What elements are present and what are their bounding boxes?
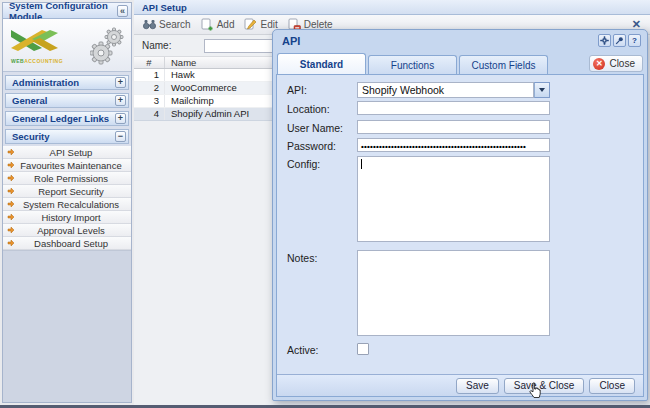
- sidebar-item-favourites-maintenance[interactable]: Favourites Maintenance: [3, 159, 131, 172]
- sidebar-item-dashboard-setup[interactable]: Dashboard Setup: [3, 237, 131, 250]
- password-field-row: Password: ••••••••••••••••••••••••••••••…: [287, 138, 633, 152]
- name-filter-label: Name:: [142, 40, 204, 51]
- username-label: User Name:: [287, 120, 357, 134]
- sidebar-item-label: Report Security: [15, 186, 127, 197]
- sidebar-item-label: Approval Levels: [15, 225, 127, 236]
- sidebar-header: System Configuration Module «: [3, 3, 131, 19]
- dialog-tabstrip: Standard Functions Custom Fields ✕ Close: [276, 51, 644, 74]
- orange-arrow-icon: [7, 226, 15, 234]
- active-label: Active:: [287, 342, 357, 356]
- panel-close-icon[interactable]: ✕: [632, 19, 641, 29]
- sidebar-item-label: System Recalculations: [15, 199, 127, 210]
- accordion-general[interactable]: General +: [5, 93, 129, 108]
- row-number: 3: [134, 95, 165, 107]
- sidebar-item-report-security[interactable]: Report Security: [3, 185, 131, 198]
- sidebar-item-label: Role Permissions: [15, 173, 127, 184]
- add-button[interactable]: Add: [197, 16, 241, 33]
- orange-arrow-icon: [7, 148, 15, 156]
- dialog-footer: Save Save & Close Close: [277, 374, 643, 396]
- sidebar-item-role-permissions[interactable]: Role Permissions: [3, 172, 131, 185]
- api-label: API:: [287, 82, 357, 98]
- orange-arrow-icon: [7, 161, 15, 169]
- config-field-row: Config:: [287, 156, 633, 242]
- row-number: 2: [134, 82, 165, 94]
- orange-arrow-icon: [7, 174, 15, 182]
- api-combobox-value[interactable]: Shopify Webhook: [357, 82, 534, 98]
- dialog-form: API: Shopify Webhook Location: User Name…: [277, 75, 643, 374]
- row-number: 1: [134, 69, 165, 81]
- webaccounting-logo: WEBACCOUNTING: [8, 27, 66, 64]
- sidebar: System Configuration Module « WEBACCOUNT…: [2, 2, 132, 403]
- expand-icon[interactable]: +: [115, 95, 126, 106]
- notes-field-row: Notes:: [287, 250, 633, 336]
- tab-custom-fields[interactable]: Custom Fields: [459, 55, 548, 74]
- accordion-security[interactable]: Security −: [5, 129, 129, 144]
- combobox-trigger-button[interactable]: [534, 82, 550, 98]
- sidebar-collapse-button[interactable]: «: [117, 5, 128, 17]
- pin-icon[interactable]: [613, 34, 626, 47]
- sidebar-item-label: API Setup: [15, 147, 127, 158]
- sidebar-item-label: History Import: [15, 212, 127, 223]
- password-input[interactable]: ••••••••••••••••••••••••••••••••••••••••…: [357, 138, 550, 152]
- dialog-content: API: Shopify Webhook Location: User Name…: [276, 74, 644, 397]
- accordion-general-ledger-links-label: General Ledger Links: [12, 113, 109, 124]
- close-tab-label: Close: [609, 58, 635, 69]
- api-field-row: API: Shopify Webhook: [287, 82, 633, 98]
- column-header-number[interactable]: #: [134, 57, 165, 68]
- config-label: Config:: [287, 156, 357, 242]
- sidebar-item-approval-levels[interactable]: Approval Levels: [3, 224, 131, 237]
- logo-x-icon: [8, 27, 66, 59]
- orange-arrow-icon: [7, 187, 15, 195]
- sidebar-item-api-setup[interactable]: API Setup: [3, 146, 131, 159]
- active-checkbox[interactable]: [357, 343, 369, 355]
- api-dialog: API ? Standard Functions Custom Fields ✕…: [272, 29, 648, 401]
- dialog-close-tab-button[interactable]: ✕ Close: [589, 55, 643, 72]
- add-icon: [201, 18, 214, 31]
- accordion-administration[interactable]: Administration +: [5, 75, 129, 90]
- api-combobox[interactable]: Shopify Webhook: [357, 82, 550, 98]
- close-button[interactable]: Close: [589, 378, 635, 394]
- accordion-general-ledger-links[interactable]: General Ledger Links +: [5, 111, 129, 126]
- security-menu: API Setup Favourites Maintenance Role Pe…: [3, 146, 131, 250]
- sidebar-item-label: Favourites Maintenance: [15, 160, 127, 171]
- password-label: Password:: [287, 138, 357, 152]
- dialog-titlebar: API ?: [276, 30, 644, 51]
- chevron-down-icon: [539, 88, 545, 92]
- sidebar-empty-panel: [3, 250, 131, 402]
- location-label: Location:: [287, 101, 357, 115]
- logo-panel: WEBACCOUNTING: [3, 19, 131, 72]
- location-field-row: Location:: [287, 101, 633, 115]
- collapse-icon[interactable]: −: [115, 131, 126, 142]
- row-number: 4: [134, 108, 165, 120]
- sidebar-item-system-recalculations[interactable]: System Recalculations: [3, 198, 131, 211]
- edit-icon: [244, 18, 257, 31]
- notes-label: Notes:: [287, 250, 357, 336]
- logo-text-web: WEB: [11, 58, 24, 64]
- expand-icon[interactable]: +: [115, 77, 126, 88]
- tab-standard[interactable]: Standard: [277, 53, 366, 74]
- add-button-label: Add: [217, 19, 235, 30]
- sidebar-item-history-import[interactable]: History Import: [3, 211, 131, 224]
- accordion-general-label: General: [12, 95, 47, 106]
- username-input[interactable]: [357, 120, 550, 134]
- tab-functions[interactable]: Functions: [368, 55, 457, 74]
- help-icon[interactable]: ?: [628, 34, 641, 47]
- notes-textarea[interactable]: [357, 250, 550, 336]
- location-input[interactable]: [357, 101, 550, 115]
- page-title: API Setup: [142, 2, 187, 13]
- binoculars-icon: [143, 19, 156, 30]
- username-field-row: User Name:: [287, 120, 633, 134]
- accordion-administration-label: Administration: [12, 77, 79, 88]
- red-close-icon: ✕: [593, 58, 605, 70]
- config-textarea[interactable]: [357, 156, 550, 242]
- gears-icon: [90, 25, 126, 65]
- orange-arrow-icon: [7, 239, 15, 247]
- save-and-close-button[interactable]: Save & Close: [504, 378, 585, 394]
- gear-icon[interactable]: [598, 34, 611, 47]
- search-button-label: Search: [159, 19, 191, 30]
- logo-text-accounting: ACCOUNTING: [24, 58, 63, 64]
- search-button[interactable]: Search: [139, 17, 197, 32]
- expand-icon[interactable]: +: [115, 113, 126, 124]
- sidebar-item-label: Dashboard Setup: [15, 238, 127, 249]
- save-button[interactable]: Save: [456, 378, 499, 394]
